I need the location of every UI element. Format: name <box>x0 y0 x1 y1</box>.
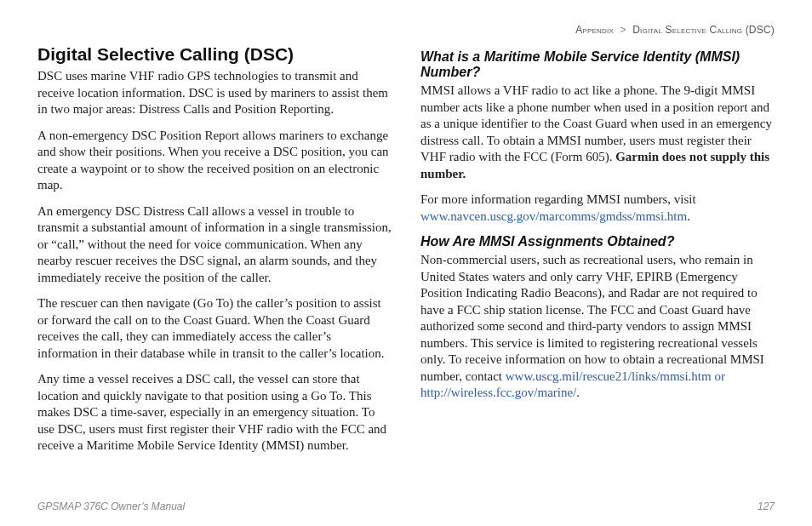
body-paragraph: A non-emergency DSC Position Report allo… <box>37 128 392 194</box>
body-paragraph: An emergency DSC Distress Call allows a … <box>37 203 392 287</box>
body-paragraph: For more information regarding MMSI numb… <box>420 192 775 225</box>
text-run: For more information regarding MMSI numb… <box>420 192 696 206</box>
text-run: . <box>576 386 580 399</box>
breadcrumb: Appendix > Digital Selective Calling (DS… <box>37 24 775 36</box>
body-paragraph: DSC uses marine VHF radio GPS technologi… <box>37 68 392 118</box>
document-page: Appendix > Digital Selective Calling (DS… <box>0 0 812 526</box>
content-columns: Digital Selective Calling (DSC) DSC uses… <box>37 44 775 464</box>
breadcrumb-section: Appendix <box>575 24 614 36</box>
body-paragraph: Non-commercial users, such as recreation… <box>420 252 775 402</box>
body-paragraph: Any time a vessel receives a DSC call, t… <box>37 371 392 455</box>
breadcrumb-topic: Digital Selective Calling <box>632 24 742 36</box>
page-footer: GPSMAP 376C Owner’s Manual 127 <box>37 500 775 512</box>
section-heading-assignments: How Are MMSI Assignments Obtained? <box>420 234 775 249</box>
text-run: Non-commercial users, such as recreation… <box>420 253 764 383</box>
footer-page-number: 127 <box>758 500 775 512</box>
breadcrumb-suffix: (DSC) <box>746 24 775 36</box>
section-heading-mmsi: What is a Maritime Mobile Service Identi… <box>420 49 775 80</box>
body-paragraph: The rescuer can then navigate (Go To) th… <box>37 295 392 362</box>
breadcrumb-separator: > <box>620 24 626 36</box>
link-mmsi-info[interactable]: www.navcen.uscg.gov/marcomms/gmdss/mmsi.… <box>420 209 687 223</box>
body-paragraph: MMSI allows a VHF radio to act like a ph… <box>420 83 775 182</box>
text-run: . <box>687 209 690 223</box>
page-title: Digital Selective Calling (DSC) <box>37 44 392 65</box>
footer-manual-title: GPSMAP 376C Owner’s Manual <box>37 500 185 512</box>
